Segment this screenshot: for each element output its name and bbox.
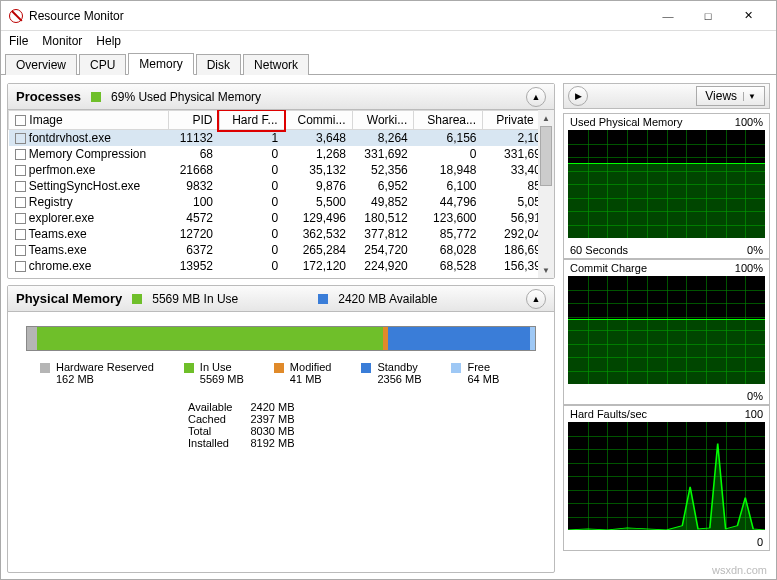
row-checkbox[interactable] [15,181,26,192]
row-checkbox[interactable] [15,165,26,176]
col-hard-faults[interactable]: Hard F... [219,111,284,130]
legend-item: Free64 MB [451,361,499,385]
physmem-header[interactable]: Physical Memory 5569 MB In Use 2420 MB A… [8,286,554,312]
tab-disk[interactable]: Disk [196,54,241,75]
select-all-checkbox[interactable] [15,115,26,126]
tab-overview[interactable]: Overview [5,54,77,75]
physmem-inuse: 5569 MB In Use [152,292,238,306]
memory-legend: Hardware Reserved162 MBIn Use5569 MBModi… [8,361,554,395]
processes-title: Processes [16,89,81,104]
processes-header[interactable]: Processes 69% Used Physical Memory ▲ [8,84,554,110]
graph: Used Physical Memory100%60 Seconds0% [563,113,770,259]
processes-summary: 69% Used Physical Memory [111,90,261,104]
collapse-physmem-button[interactable]: ▲ [526,289,546,309]
physmem-title: Physical Memory [16,291,122,306]
processes-scrollbar[interactable]: ▲▼ [538,110,554,278]
col-image[interactable]: Image [29,113,62,127]
legend-item: Hardware Reserved162 MB [40,361,154,385]
physmem-avail: 2420 MB Available [338,292,437,306]
processes-table: Image PID Hard F... Commi... Worki... Sh… [8,110,554,274]
row-checkbox[interactable] [15,133,26,144]
menu-help[interactable]: Help [96,34,121,48]
titlebar: Resource Monitor — □ ✕ [1,1,776,31]
usage-color-icon [91,92,101,102]
processes-panel: Processes 69% Used Physical Memory ▲ Ima… [7,83,555,279]
row-checkbox[interactable] [15,197,26,208]
graph: Commit Charge100%0% [563,259,770,405]
row-checkbox[interactable] [15,149,26,160]
table-row[interactable]: SettingSyncHost.exe983209,8766,9526,1008… [9,178,554,194]
memory-stats: AvailableCachedTotalInstalled 2420 MB239… [8,395,554,459]
menubar: File Monitor Help [1,31,776,51]
legend-item: In Use5569 MB [184,361,244,385]
physical-memory-panel: Physical Memory 5569 MB In Use 2420 MB A… [7,285,555,573]
table-row[interactable]: Teams.exe63720265,284254,72068,028186,69… [9,242,554,258]
col-shareable[interactable]: Sharea... [414,111,483,130]
avail-color-icon [318,294,328,304]
legend-item: Standby2356 MB [361,361,421,385]
graph: Hard Faults/sec1000 [563,405,770,551]
table-row[interactable]: fontdrvhost.exe1113213,6488,2646,1562,10… [9,130,554,147]
watermark: wsxdn.com [712,564,767,576]
menu-file[interactable]: File [9,34,28,48]
graphs-header: ▶ Views▼ [563,83,770,109]
tab-memory[interactable]: Memory [128,53,193,75]
maximize-button[interactable]: □ [688,2,728,30]
tabstrip: Overview CPU Memory Disk Network [1,51,776,75]
table-row[interactable]: Registry10005,50049,85244,7965,056 [9,194,554,210]
tab-cpu[interactable]: CPU [79,54,126,75]
col-commit[interactable]: Commi... [284,111,352,130]
table-row[interactable]: chrome.exe139520172,120224,92068,528156,… [9,258,554,274]
table-row[interactable]: perfmon.exe21668035,13252,35618,94833,40… [9,162,554,178]
close-button[interactable]: ✕ [728,2,768,30]
table-row[interactable]: Teams.exe127200362,532377,81285,772292,0… [9,226,554,242]
row-checkbox[interactable] [15,261,26,272]
memory-bar [26,326,536,351]
legend-item: Modified41 MB [274,361,332,385]
row-checkbox[interactable] [15,229,26,240]
table-row[interactable]: explorer.exe45720129,496180,512123,60056… [9,210,554,226]
row-checkbox[interactable] [15,245,26,256]
table-row[interactable]: Memory Compression6801,268331,6920331,69… [9,146,554,162]
tab-network[interactable]: Network [243,54,309,75]
col-working[interactable]: Worki... [352,111,414,130]
views-button[interactable]: Views▼ [696,86,765,106]
inuse-color-icon [132,294,142,304]
menu-monitor[interactable]: Monitor [42,34,82,48]
collapse-graphs-button[interactable]: ▶ [568,86,588,106]
window-title: Resource Monitor [29,9,648,23]
col-pid[interactable]: PID [169,111,220,130]
collapse-processes-button[interactable]: ▲ [526,87,546,107]
app-icon [9,9,23,23]
row-checkbox[interactable] [15,213,26,224]
minimize-button[interactable]: — [648,2,688,30]
